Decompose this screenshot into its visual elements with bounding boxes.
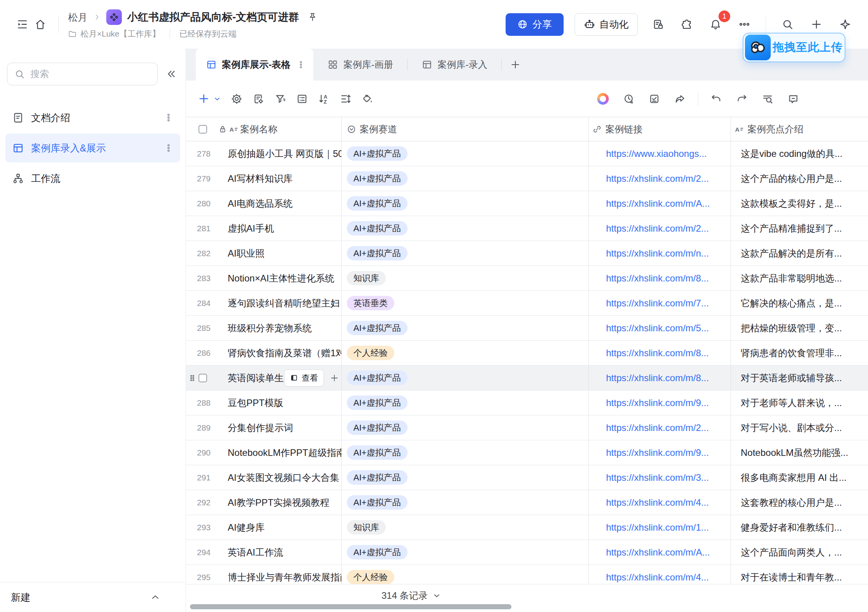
table-row-288[interactable]: 288豆包PPT模版AI+虚拟产品https://xhslink.com/m/9…	[186, 390, 868, 415]
filter-icon[interactable]	[272, 91, 288, 107]
case-link-cell[interactable]: https://xhslink.com/m/n...	[589, 241, 731, 266]
tasks-icon[interactable]	[647, 91, 662, 107]
table-row-286[interactable]: 286肾病饮食指南及菜谱（赠1对1饮食指...个人经验https://xhsli…	[186, 341, 868, 366]
case-track-cell[interactable]: 知识库	[342, 266, 589, 290]
horizontal-scrollbar[interactable]	[190, 604, 511, 609]
table-row-280[interactable]: 280AI电商选品系统AI+虚拟产品https://xhslink.com/m/…	[186, 191, 868, 216]
case-name-cell[interactable]: 295博士择业与青年教师发展指南	[186, 565, 342, 584]
case-highlight-cell[interactable]: 对于写小说、剧本或分...	[731, 415, 868, 440]
column-header-track[interactable]: 案例赛道	[342, 117, 589, 141]
case-track-cell[interactable]: 个人经验	[342, 341, 589, 365]
case-link-cell[interactable]: https://xhslink.com/m/A...	[589, 191, 731, 216]
add-below-icon[interactable]	[330, 373, 339, 383]
find-in-view-icon[interactable]	[760, 91, 775, 107]
case-track-cell[interactable]: AI+虚拟产品	[342, 316, 589, 340]
case-link-cell[interactable]: https://xhslink.com/m/3...	[589, 465, 731, 490]
case-highlight-cell[interactable]: 这款产品非常聪明地选...	[731, 266, 868, 290]
case-link[interactable]: https://xhslink.com/m/5...	[606, 323, 709, 334]
case-link[interactable]: https://xhslink.com/m/2...	[606, 173, 709, 184]
table-row-285[interactable]: 285班级积分养宠物系统AI+虚拟产品https://xhslink.com/m…	[186, 316, 868, 341]
add-view-button[interactable]	[502, 49, 529, 81]
case-track-cell[interactable]: AI+虚拟产品	[342, 216, 589, 241]
case-name-cell[interactable]: 285班级积分养宠物系统	[186, 316, 342, 340]
paint-format-icon[interactable]	[360, 91, 375, 107]
case-link-cell[interactable]: https://xhslink.com/m/9...	[589, 390, 731, 415]
search-icon[interactable]	[778, 16, 796, 33]
case-link[interactable]: https://xhslink.com/m/8...	[606, 348, 709, 359]
case-link-cell[interactable]: https://xhslink.com/m/8...	[589, 366, 731, 390]
case-track-cell[interactable]: AI+虚拟产品	[342, 166, 589, 191]
case-highlight-cell[interactable]: NotebookLM虽然功能强...	[731, 440, 868, 465]
case-name-cell[interactable]: 291AI女装图文视频口令大合集	[186, 465, 342, 490]
table-row-281[interactable]: 281虚拟AI手机AI+虚拟产品https://xhslink.com/m/2.…	[186, 216, 868, 241]
plugin-icon[interactable]	[678, 16, 696, 33]
item-menu-icon[interactable]	[163, 113, 174, 123]
case-track-cell[interactable]: AI+虚拟产品	[342, 415, 589, 440]
case-highlight-cell[interactable]: 对于老师等人群来说，...	[731, 390, 868, 415]
table-row-295[interactable]: 295博士择业与青年教师发展指南个人经验https://xhslink.com/…	[186, 565, 868, 584]
case-link-cell[interactable]: https://xhslink.com/m/9...	[589, 440, 731, 465]
collapse-sidebar-icon[interactable]	[161, 63, 182, 84]
search-input[interactable]: 搜索	[7, 63, 158, 85]
case-name-cell[interactable]: 280AI电商选品系统	[186, 191, 342, 216]
case-highlight-cell[interactable]: 这个产品精准捕捉到了...	[731, 216, 868, 241]
case-link-cell[interactable]: https://xhslink.com/m/4...	[589, 490, 731, 515]
case-name-cell[interactable]: 278原创抽题小工具 网页版｜50个口语...	[186, 141, 342, 166]
case-name-cell[interactable]: 282AI职业照	[186, 241, 342, 266]
more-icon[interactable]	[735, 16, 753, 33]
sidebar-item-0[interactable]: 文档介绍	[5, 103, 180, 132]
ai-sparkle-icon[interactable]	[836, 16, 854, 33]
column-header-name[interactable]: A 案例名称	[186, 117, 342, 141]
field-config-icon[interactable]	[251, 91, 266, 107]
automation-button[interactable]: 自动化	[575, 13, 638, 36]
breadcrumb-parent[interactable]: 松月	[68, 11, 88, 24]
case-name-cell[interactable]: 294英语AI工作流	[186, 540, 342, 565]
sidebar-item-1[interactable]: 案例库录入&展示	[5, 134, 180, 162]
view-tab-2[interactable]: 案例库-录入	[408, 49, 501, 81]
case-highlight-cell[interactable]: 这套教程的核心用户是...	[731, 490, 868, 515]
case-name-cell[interactable]: 288豆包PPT模版	[186, 390, 342, 415]
case-highlight-cell[interactable]: 这款模板之卖得好，是...	[731, 191, 868, 216]
case-name-cell[interactable]: 279AI写材料知识库	[186, 166, 342, 191]
case-track-cell[interactable]: 个人经验	[342, 565, 589, 584]
sidebar-toggle-icon[interactable]	[13, 16, 31, 33]
table-row-291[interactable]: 291AI女装图文视频口令大合集AI+虚拟产品https://xhslink.c…	[186, 465, 868, 490]
table-row-289[interactable]: 289分集创作提示词AI+虚拟产品https://xhslink.com/m/2…	[186, 415, 868, 440]
view-record-button[interactable]: 查看	[284, 369, 324, 387]
view-settings-icon[interactable]	[229, 91, 244, 107]
item-menu-icon[interactable]	[163, 143, 174, 153]
case-highlight-cell[interactable]: 对于在读博士和青年教...	[731, 565, 868, 584]
case-name-cell[interactable]: 283Notion×AI主体性进化系统	[186, 266, 342, 290]
row-height-icon[interactable]	[338, 91, 353, 107]
table-row-283[interactable]: 283Notion×AI主体性进化系统知识库https://xhslink.co…	[186, 266, 868, 291]
case-link[interactable]: https://xhslink.com/m/4...	[606, 572, 709, 583]
case-track-cell[interactable]: AI+虚拟产品	[342, 390, 589, 415]
case-name-cell[interactable]: 284逐句跟读纠音精听绝望主妇	[186, 291, 342, 315]
add-record-button[interactable]	[196, 93, 223, 105]
case-link[interactable]: https://xhslink.com/m/2...	[606, 223, 709, 234]
sidebar-new-button[interactable]: 新建	[0, 582, 186, 612]
case-link[interactable]: https://xhslink.com/m/3...	[606, 472, 709, 483]
case-link-cell[interactable]: https://xhslink.com/m/8...	[589, 341, 731, 365]
case-highlight-cell[interactable]: 对于英语老师或辅导孩...	[731, 366, 868, 390]
case-highlight-cell[interactable]: 这个产品的核心用户是...	[731, 166, 868, 191]
share-view-icon[interactable]	[672, 91, 688, 107]
case-track-cell[interactable]: AI+虚拟产品	[342, 490, 589, 515]
home-icon[interactable]	[31, 16, 49, 33]
view-tab-0[interactable]: 案例库展示-表格	[196, 49, 313, 81]
case-link[interactable]: https://xhslink.com/m/8...	[606, 273, 709, 284]
case-link[interactable]: https://xhslink.com/m/8...	[606, 373, 709, 383]
case-link-cell[interactable]: https://xhslink.com/m/A...	[589, 540, 731, 565]
case-name-cell[interactable]: 293AI健身库	[186, 515, 342, 540]
group-icon[interactable]	[294, 91, 310, 107]
history-icon[interactable]	[621, 91, 636, 107]
case-link[interactable]: https://xhslink.com/m/2...	[606, 422, 709, 433]
case-link-cell[interactable]: https://xhslink.com/m/2...	[589, 415, 731, 440]
case-highlight-cell[interactable]: 健身爱好者和准教练们...	[731, 515, 868, 540]
case-link-cell[interactable]: https://xhslink.com/m/2...	[589, 216, 731, 241]
case-track-cell[interactable]: AI+虚拟产品	[342, 141, 589, 166]
case-name-cell[interactable]: 292AI教学PPT实操视频教程	[186, 490, 342, 515]
case-name-cell[interactable]: 286肾病饮食指南及菜谱（赠1对1饮食指...	[186, 341, 342, 365]
create-new-icon[interactable]	[807, 16, 825, 33]
case-link-cell[interactable]: https://xhslink.com/m/8...	[589, 266, 731, 290]
